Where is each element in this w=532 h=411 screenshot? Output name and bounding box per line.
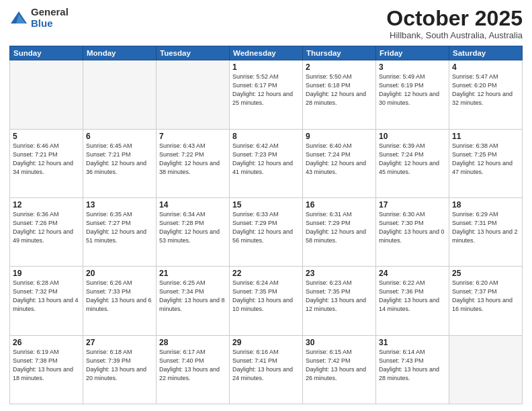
day-info: Sunrise: 6:18 AM Sunset: 7:39 PM Dayligh… <box>86 348 153 383</box>
calendar-cell: 11Sunrise: 6:38 AM Sunset: 7:25 PM Dayli… <box>449 129 523 197</box>
calendar-week-row: 12Sunrise: 6:36 AM Sunset: 7:26 PM Dayli… <box>10 197 523 266</box>
day-info: Sunrise: 6:40 AM Sunset: 7:24 PM Dayligh… <box>306 142 373 177</box>
calendar-cell <box>10 60 83 129</box>
day-info: Sunrise: 6:38 AM Sunset: 7:25 PM Dayligh… <box>452 142 519 177</box>
weekday-header: Friday <box>376 46 449 60</box>
location: Hillbank, South Australia, Australia <box>386 30 523 40</box>
day-info: Sunrise: 6:28 AM Sunset: 7:32 PM Dayligh… <box>13 279 80 314</box>
day-info: Sunrise: 6:20 AM Sunset: 7:37 PM Dayligh… <box>452 279 519 314</box>
day-info: Sunrise: 6:45 AM Sunset: 7:21 PM Dayligh… <box>86 142 153 177</box>
header: General Blue October 2025 Hillbank, Sout… <box>9 7 523 40</box>
calendar-cell: 20Sunrise: 6:26 AM Sunset: 7:33 PM Dayli… <box>83 267 157 335</box>
day-info: Sunrise: 6:22 AM Sunset: 7:36 PM Dayligh… <box>379 279 446 314</box>
calendar-week-row: 5Sunrise: 6:46 AM Sunset: 7:21 PM Daylig… <box>10 129 523 197</box>
calendar-week-row: 26Sunrise: 6:19 AM Sunset: 7:38 PM Dayli… <box>10 335 523 404</box>
day-info: Sunrise: 6:16 AM Sunset: 7:41 PM Dayligh… <box>232 348 300 383</box>
day-info: Sunrise: 5:50 AM Sunset: 6:18 PM Dayligh… <box>306 73 373 107</box>
calendar-cell: 29Sunrise: 6:16 AM Sunset: 7:41 PM Dayli… <box>230 335 303 404</box>
calendar-cell: 9Sunrise: 6:40 AM Sunset: 7:24 PM Daylig… <box>303 129 376 197</box>
calendar-cell: 2Sunrise: 5:50 AM Sunset: 6:18 PM Daylig… <box>303 60 376 129</box>
day-number: 17 <box>379 200 446 210</box>
day-number: 12 <box>13 200 80 210</box>
page: General Blue October 2025 Hillbank, Sout… <box>0 0 532 411</box>
calendar-cell <box>449 335 523 404</box>
day-number: 26 <box>13 338 80 347</box>
calendar-cell: 1Sunrise: 5:52 AM Sunset: 6:17 PM Daylig… <box>230 60 303 129</box>
day-number: 14 <box>159 200 226 210</box>
weekday-header: Sunday <box>10 46 83 60</box>
day-number: 1 <box>232 62 300 72</box>
logo-text: General Blue <box>31 7 69 29</box>
calendar-cell: 17Sunrise: 6:30 AM Sunset: 7:30 PM Dayli… <box>376 197 449 266</box>
calendar-cell: 31Sunrise: 6:14 AM Sunset: 7:43 PM Dayli… <box>376 335 449 404</box>
day-number: 23 <box>306 269 373 278</box>
calendar-cell <box>157 60 230 129</box>
calendar-cell: 28Sunrise: 6:17 AM Sunset: 7:40 PM Dayli… <box>157 335 230 404</box>
weekday-header: Wednesday <box>230 46 303 60</box>
day-info: Sunrise: 6:33 AM Sunset: 7:29 PM Dayligh… <box>232 210 300 245</box>
day-number: 11 <box>452 132 519 141</box>
calendar-cell: 15Sunrise: 6:33 AM Sunset: 7:29 PM Dayli… <box>230 197 303 266</box>
calendar-cell: 21Sunrise: 6:25 AM Sunset: 7:34 PM Dayli… <box>157 267 230 335</box>
month-title: October 2025 <box>386 7 523 30</box>
calendar-cell: 30Sunrise: 6:15 AM Sunset: 7:42 PM Dayli… <box>303 335 376 404</box>
weekday-header: Tuesday <box>157 46 230 60</box>
day-number: 28 <box>159 338 226 347</box>
logo-general: General <box>31 7 69 18</box>
day-info: Sunrise: 6:34 AM Sunset: 7:28 PM Dayligh… <box>159 210 226 245</box>
calendar-cell: 4Sunrise: 5:47 AM Sunset: 6:20 PM Daylig… <box>449 60 523 129</box>
logo-blue: Blue <box>31 18 69 30</box>
day-info: Sunrise: 5:49 AM Sunset: 6:19 PM Dayligh… <box>379 73 446 107</box>
weekday-header: Monday <box>83 46 157 60</box>
day-number: 4 <box>452 62 519 72</box>
day-number: 6 <box>86 132 153 141</box>
calendar-cell: 12Sunrise: 6:36 AM Sunset: 7:26 PM Dayli… <box>10 197 83 266</box>
weekday-header: Saturday <box>449 46 523 60</box>
calendar-cell: 13Sunrise: 6:35 AM Sunset: 7:27 PM Dayli… <box>83 197 157 266</box>
day-number: 21 <box>159 269 226 278</box>
calendar-cell: 18Sunrise: 6:29 AM Sunset: 7:31 PM Dayli… <box>449 197 523 266</box>
day-info: Sunrise: 6:24 AM Sunset: 7:35 PM Dayligh… <box>232 279 300 314</box>
day-info: Sunrise: 6:43 AM Sunset: 7:22 PM Dayligh… <box>159 142 226 177</box>
day-number: 7 <box>159 132 226 141</box>
day-number: 15 <box>232 200 300 210</box>
day-number: 22 <box>232 269 300 278</box>
day-number: 25 <box>452 269 519 278</box>
day-info: Sunrise: 5:52 AM Sunset: 6:17 PM Dayligh… <box>232 73 300 107</box>
weekday-header: Thursday <box>303 46 376 60</box>
calendar-cell: 26Sunrise: 6:19 AM Sunset: 7:38 PM Dayli… <box>10 335 83 404</box>
calendar-week-row: 1Sunrise: 5:52 AM Sunset: 6:17 PM Daylig… <box>10 60 523 129</box>
calendar-cell: 24Sunrise: 6:22 AM Sunset: 7:36 PM Dayli… <box>376 267 449 335</box>
day-number: 13 <box>86 200 153 210</box>
calendar-cell <box>83 60 157 129</box>
day-info: Sunrise: 6:39 AM Sunset: 7:24 PM Dayligh… <box>379 142 446 177</box>
logo: General Blue <box>9 7 69 29</box>
day-info: Sunrise: 6:35 AM Sunset: 7:27 PM Dayligh… <box>86 210 153 245</box>
day-number: 10 <box>379 132 446 141</box>
day-number: 20 <box>86 269 153 278</box>
day-info: Sunrise: 6:46 AM Sunset: 7:21 PM Dayligh… <box>13 142 80 177</box>
calendar-cell: 23Sunrise: 6:23 AM Sunset: 7:35 PM Dayli… <box>303 267 376 335</box>
calendar-table: SundayMondayTuesdayWednesdayThursdayFrid… <box>9 46 523 404</box>
calendar-cell: 14Sunrise: 6:34 AM Sunset: 7:28 PM Dayli… <box>157 197 230 266</box>
calendar-cell: 27Sunrise: 6:18 AM Sunset: 7:39 PM Dayli… <box>83 335 157 404</box>
calendar-cell: 7Sunrise: 6:43 AM Sunset: 7:22 PM Daylig… <box>157 129 230 197</box>
day-info: Sunrise: 6:17 AM Sunset: 7:40 PM Dayligh… <box>159 348 226 383</box>
day-info: Sunrise: 6:36 AM Sunset: 7:26 PM Dayligh… <box>13 210 80 245</box>
day-info: Sunrise: 5:47 AM Sunset: 6:20 PM Dayligh… <box>452 73 519 107</box>
calendar-cell: 8Sunrise: 6:42 AM Sunset: 7:23 PM Daylig… <box>230 129 303 197</box>
calendar-cell: 3Sunrise: 5:49 AM Sunset: 6:19 PM Daylig… <box>376 60 449 129</box>
day-info: Sunrise: 6:29 AM Sunset: 7:31 PM Dayligh… <box>452 210 519 245</box>
day-info: Sunrise: 6:14 AM Sunset: 7:43 PM Dayligh… <box>379 348 446 383</box>
day-number: 8 <box>232 132 300 141</box>
calendar-cell: 16Sunrise: 6:31 AM Sunset: 7:29 PM Dayli… <box>303 197 376 266</box>
day-number: 18 <box>452 200 519 210</box>
day-info: Sunrise: 6:15 AM Sunset: 7:42 PM Dayligh… <box>306 348 373 383</box>
day-number: 5 <box>13 132 80 141</box>
calendar-cell: 10Sunrise: 6:39 AM Sunset: 7:24 PM Dayli… <box>376 129 449 197</box>
day-number: 24 <box>379 269 446 278</box>
day-number: 31 <box>379 338 446 347</box>
calendar-cell: 25Sunrise: 6:20 AM Sunset: 7:37 PM Dayli… <box>449 267 523 335</box>
day-number: 27 <box>86 338 153 347</box>
day-number: 29 <box>232 338 300 347</box>
